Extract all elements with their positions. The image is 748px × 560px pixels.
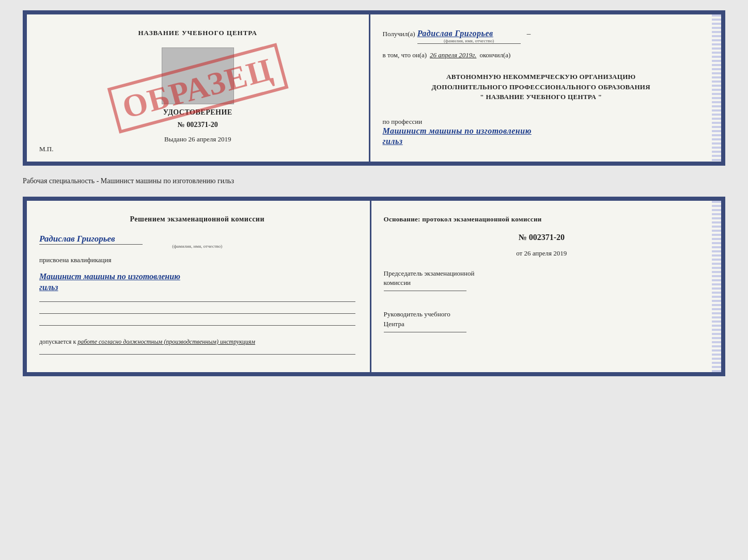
profesia-text: Машинист машины по изготовлению <box>383 126 532 135</box>
recipient-name-wrapper: Радислав Григорьев (фамилия, имя, отчест… <box>417 29 521 44</box>
profesia-text-2: гильз <box>383 137 403 146</box>
dash-b9: – <box>714 355 720 361</box>
rukovoditel-label2: Центра <box>384 319 700 329</box>
predsedatel-label2: комиссии <box>384 278 700 287</box>
recipient-name: Радислав Григорьев <box>417 29 493 38</box>
underline-2 <box>39 313 355 314</box>
predsedatel-signature-line <box>384 291 466 291</box>
predsedatel-block: Председатель экзаменационной комиссии <box>384 269 700 294</box>
prisvoena-text: присвоена квалификация <box>39 256 355 264</box>
org-block: АВТОНОМНУЮ НЕКОММЕРЧЕСКУЮ ОРГАНИЗАЦИЮ ДО… <box>383 72 700 102</box>
dash-b1: – <box>714 212 720 218</box>
rukovoditel-label1: Руководитель учебного <box>384 310 700 319</box>
dash-7: – <box>714 143 720 150</box>
po-professii-label: по профессии <box>383 118 700 126</box>
dash-after-name: – <box>527 29 531 38</box>
predsedatel-label1: Председатель экзаменационной <box>384 269 700 278</box>
dash-b2: – <box>714 230 720 236</box>
osnovanie-title: Основание: протокол экзаменационной коми… <box>384 215 700 223</box>
school-name-top: НАЗВАНИЕ УЧЕБНОГО ЦЕНТРА <box>138 29 257 37</box>
cert-number: № 002371-20 <box>178 121 218 129</box>
kvalif-text-2: гильз <box>39 283 58 292</box>
dash-4: ,а <box>714 85 720 91</box>
vtom-date: 26 апреля 2019г. <box>430 51 476 59</box>
underline-3 <box>39 325 355 326</box>
bottom-name-block: Радислав Григорьев (фамилия, имя, отчест… <box>39 234 355 249</box>
underline-1 <box>39 301 355 302</box>
profesia-block: по профессии Машинист машины по изготовл… <box>383 115 700 148</box>
side-dashes: – – и ,а ‹– – – <box>713 14 721 162</box>
bottom-name-wrapper: Радислав Григорьев <box>39 234 143 245</box>
org-line2: ДОПОЛНИТЕЛЬНОГО ПРОФЕССИОНАЛЬНОГО ОБРАЗО… <box>383 82 700 92</box>
rukovoditel-signature-line <box>384 332 466 332</box>
dash-b4: и <box>714 265 720 271</box>
resheniem-title: Решением экзаменационной комиссии <box>39 215 355 223</box>
cert-label: УДОСТОВЕРЕНИЕ <box>163 108 232 117</box>
name-caption-top: (фамилия, имя, отчество) <box>417 38 521 43</box>
ot-label: от <box>516 249 522 257</box>
vtom-prefix: в том, что он(а) <box>383 51 427 59</box>
dopusk-prefix: допускается к <box>39 338 76 345</box>
top-left-panel: НАЗВАНИЕ УЧЕБНОГО ЦЕНТРА УДОСТОВЕРЕНИЕ №… <box>27 14 370 162</box>
bottom-right-panel: – – – и ,а ‹– – – – Основание: протокол … <box>371 201 722 372</box>
photo-placeholder <box>162 47 234 104</box>
poluchil-label: Получил(а) <box>383 30 415 38</box>
dash-2: – <box>714 46 720 52</box>
bottom-document: Решением экзаменационной комиссии Радисл… <box>23 197 725 376</box>
kvalif-name: Машинист машины по изготовлению <box>39 271 355 282</box>
dash-b7: – <box>714 319 720 325</box>
dash-3: и <box>714 66 720 72</box>
dash-5: ‹– <box>714 104 720 110</box>
dash-1: – <box>714 26 720 33</box>
org-line3: " НАЗВАНИЕ УЧЕБНОГО ЦЕНТРА " <box>383 92 700 102</box>
profesia-name-2: гильз <box>383 136 700 147</box>
mp-label: М.П. <box>39 145 53 153</box>
kvalif-text: Машинист машины по изготовлению <box>39 272 180 281</box>
bottom-kvalif-block: Машинист машины по изготовлению гильз <box>39 271 355 293</box>
protocol-date: 26 апреля 2019 <box>524 249 567 257</box>
dash-b3: – <box>714 248 720 254</box>
side-dashes-bottom: – – – и ,а ‹– – – – <box>713 201 721 372</box>
dopusk-italic: работе согласно должностным (производств… <box>77 338 255 345</box>
dash-b6: ‹– <box>714 301 720 307</box>
dash-b8: – <box>714 337 720 343</box>
between-label: Рабочая специальность - Машинист машины … <box>23 175 725 187</box>
top-right-panel: – – и ,а ‹– – – Получил(а) Радислав Григ… <box>370 14 722 162</box>
bottom-left-panel: Решением экзаменационной комиссии Радисл… <box>27 201 371 372</box>
dash-6: – <box>714 124 720 130</box>
profesia-name: Машинист машины по изготовлению <box>383 126 700 137</box>
protocol-number: № 002371-20 <box>384 233 700 242</box>
bottom-person-name: Радислав Григорьев <box>39 234 115 244</box>
top-document: НАЗВАНИЕ УЧЕБНОГО ЦЕНТРА УДОСТОВЕРЕНИЕ №… <box>23 10 725 166</box>
underline-4 <box>39 354 355 355</box>
okончил-label: окончил(а) <box>479 51 510 59</box>
cert-box: УДОСТОВЕРЕНИЕ № 002371-20 <box>39 47 356 129</box>
ot-date: от 26 апреля 2019 <box>384 249 700 258</box>
dopusk-text: допускается к работе согласно должностны… <box>39 338 355 346</box>
vydano-label: Выдано 26 апреля 2019 <box>164 135 231 143</box>
dash-b5: ,а <box>714 283 720 290</box>
kvalif-name-2: гильз <box>39 282 355 293</box>
org-line1: АВТОНОМНУЮ НЕКОММЕРЧЕСКУЮ ОРГАНИЗАЦИЮ <box>383 72 700 82</box>
poluchil-line: Получил(а) Радислав Григорьев (фамилия, … <box>383 29 700 44</box>
vtom-line: в том, что он(а) 26 апреля 2019г. окончи… <box>383 51 700 59</box>
rukovoditel-block: Руководитель учебного Центра <box>384 310 700 335</box>
